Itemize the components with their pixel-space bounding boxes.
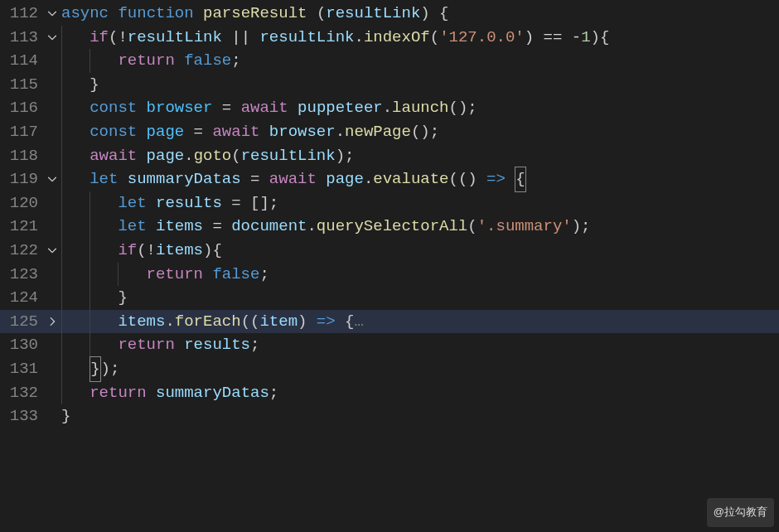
code-line[interactable]: 123return false; (0, 263, 779, 287)
code-content[interactable]: return false; (61, 49, 241, 73)
token-id: page (147, 144, 185, 168)
token-fn: goto (194, 144, 232, 168)
line-number: 130 (0, 333, 43, 357)
line-number: 113 (0, 26, 43, 50)
token-pn: } (118, 286, 127, 310)
token-kw: const (90, 120, 146, 144)
code-content[interactable]: if(!resultLink || resultLink.indexOf('12… (61, 26, 609, 50)
code-line[interactable]: 125items.forEach((item) => {… (0, 310, 779, 334)
token-id: summaryDatas (128, 167, 241, 191)
code-line[interactable]: 119let summaryDatas = await page.evaluat… (0, 167, 779, 191)
code-content[interactable]: return false; (61, 263, 269, 287)
token-pn: } (90, 356, 100, 382)
line-number: 117 (0, 120, 43, 144)
code-content[interactable]: let summaryDatas = await page.evaluate((… (61, 167, 526, 192)
code-line[interactable]: 117const page = await browser.newPage(); (0, 120, 779, 144)
code-line[interactable]: 114return false; (0, 49, 779, 73)
code-line[interactable]: 132return summaryDatas; (0, 381, 779, 405)
line-number: 122 (0, 239, 43, 263)
token-id: document (231, 215, 307, 239)
code-content[interactable]: } (61, 404, 70, 428)
code-line[interactable]: 122if(!items){ (0, 239, 779, 263)
token-kw: let (90, 167, 128, 191)
line-number: 125 (0, 310, 43, 334)
code-line[interactable]: 112async function parseResult (resultLin… (0, 2, 779, 26)
code-line[interactable]: 118await page.goto(resultLink); (0, 144, 779, 168)
code-line[interactable]: 113if(!resultLink || resultLink.indexOf(… (0, 26, 779, 50)
code-content[interactable]: } (61, 73, 99, 97)
token-pn: ); (336, 144, 355, 168)
token-op: = (184, 120, 212, 144)
token-pn: (); (449, 96, 477, 120)
code-line[interactable]: 124} (0, 286, 779, 310)
code-line[interactable]: 120let results = []; (0, 191, 779, 215)
token-pn: (! (137, 239, 156, 263)
token-pn: = []; (222, 191, 278, 215)
code-content[interactable]: } (61, 286, 128, 310)
chevron-down-icon[interactable] (43, 31, 61, 43)
watermark-badge: @拉勾教育 (707, 498, 774, 527)
token-kw: let (118, 191, 156, 215)
token-pn: ) (298, 310, 317, 334)
code-content[interactable]: }); (61, 356, 119, 382)
code-content[interactable]: if(!items){ (61, 239, 222, 263)
token-fn: querySelectorAll (317, 215, 467, 239)
token-id: results (156, 191, 222, 215)
token-kwc: await (90, 144, 146, 168)
token-pn: . (165, 310, 174, 334)
code-content[interactable]: return summaryDatas; (61, 381, 278, 405)
token-pn: . (307, 215, 316, 239)
token-op: = (212, 96, 240, 120)
chevron-down-icon[interactable] (43, 173, 61, 185)
line-number: 120 (0, 191, 43, 215)
chevron-down-icon[interactable] (43, 7, 61, 19)
token-kw: async (61, 2, 118, 26)
token-kwc: await (212, 120, 269, 144)
token-pn: . (184, 144, 193, 168)
token-dim: … (354, 310, 363, 334)
code-line[interactable]: 121let items = document.querySelectorAll… (0, 215, 779, 239)
code-line[interactable]: 115} (0, 73, 779, 97)
token-fn: indexOf (364, 26, 430, 50)
line-number: 116 (0, 96, 43, 120)
code-content[interactable]: items.forEach((item) => {… (61, 310, 364, 334)
code-content[interactable]: let items = document.querySelectorAll('.… (61, 215, 591, 239)
token-id: items (156, 239, 203, 263)
code-line[interactable]: 131}); (0, 357, 779, 381)
code-content[interactable]: return results; (61, 333, 259, 357)
chevron-right-icon[interactable] (43, 316, 61, 327)
code-line[interactable]: 116const browser = await puppeteer.launc… (0, 96, 779, 120)
token-pn (506, 167, 515, 191)
code-content[interactable]: async function parseResult (resultLink) … (61, 2, 449, 26)
line-number: 123 (0, 263, 43, 287)
code-content[interactable]: await page.goto(resultLink); (61, 144, 354, 168)
code-line[interactable]: 130return results; (0, 333, 779, 357)
token-pn: . (383, 96, 392, 120)
line-number: 131 (0, 357, 43, 381)
token-pn: . (364, 167, 373, 191)
token-id: resultLink (259, 26, 354, 50)
chevron-down-icon[interactable] (43, 244, 61, 256)
token-kwc: await (241, 96, 298, 120)
code-editor[interactable]: 112async function parseResult (resultLin… (0, 0, 779, 428)
token-id: browser (269, 120, 336, 144)
code-line[interactable]: 133} (0, 404, 779, 428)
token-pn: . (336, 120, 345, 144)
token-fn: evaluate (373, 167, 448, 191)
line-number: 124 (0, 286, 43, 310)
token-id: resultLink (128, 26, 222, 50)
token-id: item (259, 310, 298, 334)
token-pn: . (354, 26, 363, 50)
line-number: 118 (0, 144, 43, 168)
token-op: - (572, 26, 581, 50)
token-id: resultLink (326, 2, 420, 26)
code-content[interactable]: let results = []; (61, 191, 278, 215)
code-content[interactable]: const page = await browser.newPage(); (61, 120, 439, 144)
token-op: || (222, 26, 260, 50)
token-pn: ; (250, 333, 259, 357)
code-content[interactable]: const browser = await puppeteer.launch()… (61, 96, 477, 120)
token-pn: ) { (420, 2, 448, 26)
token-kwc: return (147, 263, 213, 287)
token-pn: (! (109, 26, 128, 50)
token-num: 1 (581, 26, 590, 50)
